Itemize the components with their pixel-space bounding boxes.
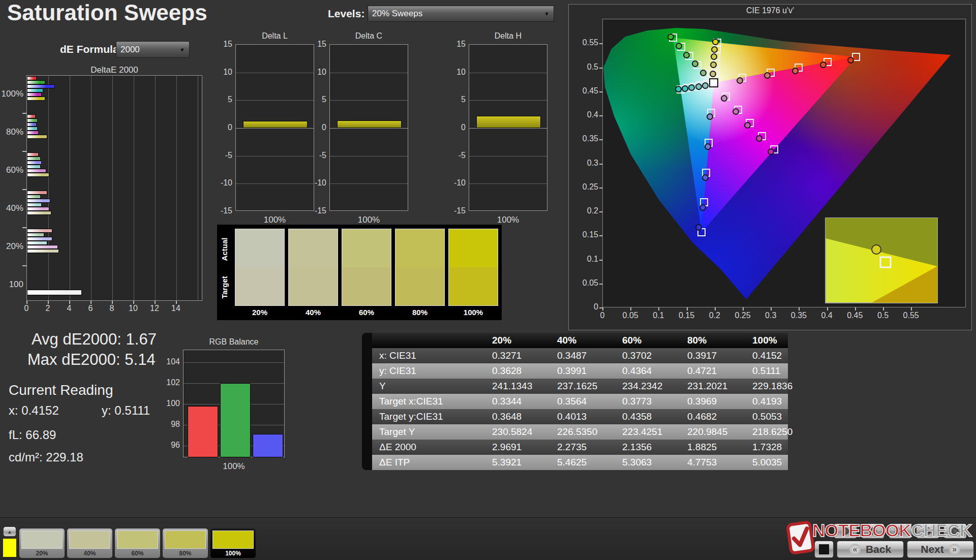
cie-x-tickmark xyxy=(911,307,912,310)
de-formula-label: dE Formula: xyxy=(60,43,123,55)
deltaH-y-tick: -15 xyxy=(447,206,466,215)
table-cell: 2.1356 xyxy=(622,442,652,453)
cie-measured-red xyxy=(737,77,743,84)
deltae-bar-blue xyxy=(27,161,42,165)
deltae-x-tick: 8 xyxy=(106,304,118,313)
deltaL-y-tick: -15 xyxy=(214,206,232,215)
deltaH-y-tick: 0 xyxy=(447,123,466,132)
current-reading-title: Current Reading xyxy=(9,382,113,398)
table-row: Y241.1343237.1625234.2342231.2021229.183… xyxy=(372,379,788,394)
table-cell: 0.3969 xyxy=(687,396,717,407)
notebookcheck-logo: NOTEBOOKCHECK xyxy=(812,520,972,541)
cie-measured-magenta xyxy=(733,108,739,115)
de-formula-dropdown[interactable]: 2000 ▼ xyxy=(116,41,190,58)
current-reading-cdm2: cd/m²: 229.18 xyxy=(9,450,83,464)
deltaL-chart xyxy=(235,44,314,211)
deltaH-y-tick: 15 xyxy=(447,40,466,49)
current-color-chip[interactable] xyxy=(3,539,16,557)
deltaC-y-tick: -10 xyxy=(308,178,326,188)
deltaH-y-tick: -10 xyxy=(447,178,466,188)
levels-dropdown[interactable]: 20% Sweeps ▼ xyxy=(368,6,554,22)
patch-tile-20%[interactable]: 20% xyxy=(19,528,65,558)
cie-chromaticity-diagram xyxy=(602,19,966,307)
calman-saturation-sweeps-page: Saturation Sweeps Levels: 20% Sweeps ▼ d… xyxy=(0,0,976,560)
swatch-actual xyxy=(395,229,444,267)
cie-measured-blue xyxy=(705,143,711,150)
deltaH-y-tick: 10 xyxy=(447,68,466,77)
cie-y-tick: 0.25 xyxy=(576,182,598,192)
deltae-gridline xyxy=(48,76,49,300)
deltae-gridline xyxy=(176,76,177,300)
deltae-axis-tick xyxy=(22,227,26,228)
table-cell: 1.8825 xyxy=(687,442,717,453)
deltaH-y-tick: 5 xyxy=(447,95,466,104)
deltae-bar-red xyxy=(27,152,39,157)
deltae-bar-green xyxy=(27,195,41,199)
cie-x-tick: 0.55 xyxy=(900,311,922,320)
table-cell: 0.5053 xyxy=(752,411,782,422)
deltaH-bar xyxy=(476,116,541,128)
deltaC-y-tick: 10 xyxy=(308,68,326,77)
current-reading-y: y: 0.5111 xyxy=(102,403,150,418)
deltae-bar-yellow xyxy=(27,211,51,215)
table-row: y: CIE310.36280.39910.43640.47210.5111 xyxy=(372,363,788,379)
actual-row-label: Actual xyxy=(220,238,229,261)
deltae-x-tick: 10 xyxy=(127,304,139,313)
deltaC-gridline xyxy=(330,183,408,184)
patch-tile-40%[interactable]: 40% xyxy=(67,528,112,558)
cie-measured-magenta xyxy=(756,135,762,142)
swatch-100% xyxy=(448,229,498,306)
table-row-label: Target Y xyxy=(379,426,415,438)
deltae-bar-magenta xyxy=(27,207,49,211)
patch-tile-60%[interactable]: 60% xyxy=(115,528,160,558)
cie-y-tickmark xyxy=(599,260,602,261)
cie-y-tickmark xyxy=(599,91,602,92)
cie-y-tickmark xyxy=(599,211,602,212)
cie-measured-green xyxy=(667,34,674,40)
stop-button[interactable] xyxy=(814,541,834,558)
rgb-y-tick: 98 xyxy=(161,420,180,429)
back-button[interactable]: « Back xyxy=(837,541,904,558)
cie-measured-blue xyxy=(695,224,702,231)
cie-x-tick: 0.25 xyxy=(731,311,754,320)
table-row-label: x: CIE31 xyxy=(379,350,416,361)
cie-measured-yellow xyxy=(710,71,716,77)
table-cell: 0.3648 xyxy=(492,411,522,422)
deltaH-y-tick: -5 xyxy=(447,151,466,160)
table-row: Target Y230.5824226.5350223.4251220.9845… xyxy=(372,424,788,440)
rgb-bar-green xyxy=(220,383,251,457)
cie-measured-red xyxy=(847,57,854,64)
deltaL-title: Delta L xyxy=(235,32,314,41)
cie-y-tick: 0.15 xyxy=(576,230,598,239)
up-arrow-icon: ▲ xyxy=(7,529,12,535)
palette-expand-button[interactable]: ▲ xyxy=(3,526,16,537)
table-cell: 5.3921 xyxy=(492,457,522,468)
deltae-axis-tick xyxy=(22,113,26,114)
logo-text-gray: CHECK xyxy=(911,520,971,540)
table-cell: 234.2342 xyxy=(622,381,662,392)
table-cell: 0.3564 xyxy=(557,396,587,407)
table-cell: 0.3773 xyxy=(622,396,652,407)
current-reading-x: x: 0.4152 xyxy=(9,403,59,418)
table-row-label: ΔE 2000 xyxy=(379,442,416,453)
patch-tile-100%[interactable]: 100% xyxy=(210,528,256,558)
cie-measured-magenta xyxy=(744,122,751,129)
cie-x-tick: 0.5 xyxy=(872,311,894,320)
deltae-chart xyxy=(26,75,202,301)
cie-y-tickmark xyxy=(599,139,602,140)
table-row: Target y:CIE310.36480.40130.43580.46820.… xyxy=(372,409,788,424)
table-column-header: 60% xyxy=(622,335,642,346)
deltae-bar-cyan xyxy=(27,203,42,207)
patch-tile-80%[interactable]: 80% xyxy=(163,528,208,558)
table-cell: 0.4013 xyxy=(557,411,587,422)
current-reading-fl: fL: 66.89 xyxy=(9,428,56,442)
table-cell: 229.1836 xyxy=(752,381,792,392)
cie-x-tick: 0.3 xyxy=(759,311,782,320)
cie-x-tickmark xyxy=(799,307,800,310)
swatch-80% xyxy=(395,229,445,306)
deltaL-y-tick: -5 xyxy=(214,151,232,160)
deltae-bar-green xyxy=(27,157,41,161)
cie-x-tick: 0.45 xyxy=(844,311,866,320)
next-button[interactable]: Next » xyxy=(907,541,974,558)
table-cell: 5.4625 xyxy=(557,457,587,468)
